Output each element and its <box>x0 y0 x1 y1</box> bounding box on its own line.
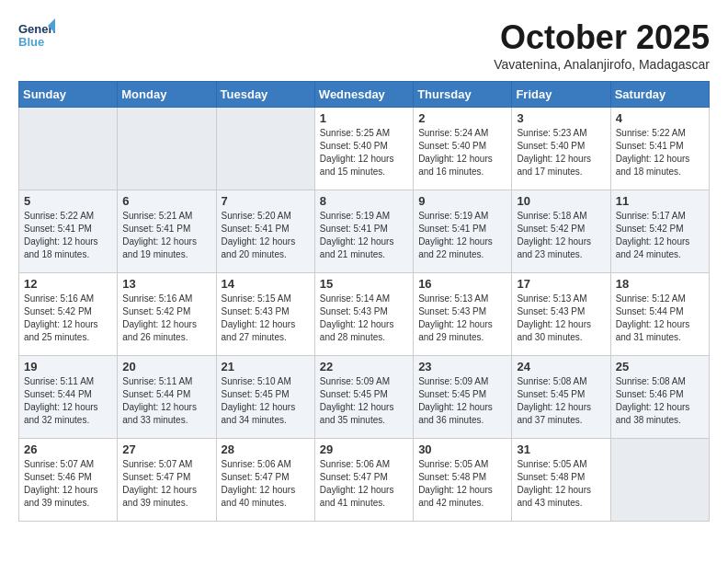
week-row-4: 19Sunrise: 5:11 AM Sunset: 5:44 PM Dayli… <box>19 356 710 439</box>
day-number: 5 <box>24 194 112 208</box>
day-number: 23 <box>418 360 506 373</box>
logo-icon: General Blue <box>18 18 55 52</box>
calendar-cell: 30Sunrise: 5:05 AM Sunset: 5:48 PM Dayli… <box>414 439 512 522</box>
day-info: Sunrise: 5:07 AM Sunset: 5:46 PM Dayligh… <box>24 458 112 510</box>
day-info: Sunrise: 5:09 AM Sunset: 5:45 PM Dayligh… <box>418 375 506 427</box>
calendar-cell: 1Sunrise: 5:25 AM Sunset: 5:40 PM Daylig… <box>314 108 413 190</box>
title-block: October 2025 Vavatenina, Analanjirofo, M… <box>494 18 710 72</box>
day-info: Sunrise: 5:20 AM Sunset: 5:41 PM Dayligh… <box>222 210 310 261</box>
day-number: 9 <box>418 194 506 208</box>
calendar-cell: 20Sunrise: 5:11 AM Sunset: 5:44 PM Dayli… <box>118 356 216 439</box>
calendar-cell: 14Sunrise: 5:15 AM Sunset: 5:43 PM Dayli… <box>216 273 314 356</box>
calendar-cell: 18Sunrise: 5:12 AM Sunset: 5:44 PM Dayli… <box>610 273 709 356</box>
day-number: 25 <box>616 360 704 373</box>
week-row-5: 26Sunrise: 5:07 AM Sunset: 5:46 PM Dayli… <box>19 439 710 522</box>
calendar-cell: 23Sunrise: 5:09 AM Sunset: 5:45 PM Dayli… <box>414 356 512 439</box>
calendar-cell: 11Sunrise: 5:17 AM Sunset: 5:42 PM Dayli… <box>610 190 709 273</box>
calendar-cell: 29Sunrise: 5:06 AM Sunset: 5:47 PM Dayli… <box>314 439 413 522</box>
day-info: Sunrise: 5:19 AM Sunset: 5:41 PM Dayligh… <box>320 210 408 261</box>
day-number: 30 <box>418 442 506 456</box>
day-number: 18 <box>616 277 704 291</box>
calendar-header-row: SundayMondayTuesdayWednesdayThursdayFrid… <box>19 82 710 108</box>
calendar-cell: 12Sunrise: 5:16 AM Sunset: 5:42 PM Dayli… <box>19 273 118 356</box>
day-info: Sunrise: 5:05 AM Sunset: 5:48 PM Dayligh… <box>517 458 605 510</box>
day-info: Sunrise: 5:08 AM Sunset: 5:46 PM Dayligh… <box>616 375 704 427</box>
day-info: Sunrise: 5:21 AM Sunset: 5:41 PM Dayligh… <box>122 210 210 261</box>
day-number: 19 <box>24 360 112 373</box>
day-number: 11 <box>616 194 704 208</box>
day-info: Sunrise: 5:12 AM Sunset: 5:44 PM Dayligh… <box>616 293 704 344</box>
header-saturday: Saturday <box>610 82 709 108</box>
day-number: 20 <box>122 360 210 373</box>
header-monday: Monday <box>118 82 216 108</box>
calendar-cell: 28Sunrise: 5:06 AM Sunset: 5:47 PM Dayli… <box>216 439 314 522</box>
calendar-cell <box>610 439 709 522</box>
header-tuesday: Tuesday <box>216 82 314 108</box>
svg-text:Blue: Blue <box>18 35 44 49</box>
day-number: 7 <box>222 194 310 208</box>
calendar-cell: 9Sunrise: 5:19 AM Sunset: 5:41 PM Daylig… <box>414 190 512 273</box>
day-number: 24 <box>517 360 605 373</box>
day-info: Sunrise: 5:13 AM Sunset: 5:43 PM Dayligh… <box>418 293 506 344</box>
calendar-cell: 25Sunrise: 5:08 AM Sunset: 5:46 PM Dayli… <box>610 356 709 439</box>
calendar-cell: 15Sunrise: 5:14 AM Sunset: 5:43 PM Dayli… <box>314 273 413 356</box>
day-info: Sunrise: 5:06 AM Sunset: 5:47 PM Dayligh… <box>320 458 408 510</box>
day-info: Sunrise: 5:23 AM Sunset: 5:40 PM Dayligh… <box>517 127 605 178</box>
day-info: Sunrise: 5:19 AM Sunset: 5:41 PM Dayligh… <box>418 210 506 261</box>
day-number: 26 <box>24 442 112 456</box>
day-info: Sunrise: 5:11 AM Sunset: 5:44 PM Dayligh… <box>122 375 210 427</box>
day-number: 14 <box>222 277 310 291</box>
day-number: 22 <box>320 360 408 373</box>
day-number: 3 <box>517 111 605 125</box>
calendar-cell: 27Sunrise: 5:07 AM Sunset: 5:47 PM Dayli… <box>118 439 216 522</box>
day-number: 31 <box>517 442 605 456</box>
calendar-cell: 22Sunrise: 5:09 AM Sunset: 5:45 PM Dayli… <box>314 356 413 439</box>
day-number: 15 <box>320 277 408 291</box>
header-friday: Friday <box>512 82 610 108</box>
day-number: 28 <box>222 442 310 456</box>
day-info: Sunrise: 5:18 AM Sunset: 5:42 PM Dayligh… <box>517 210 605 261</box>
day-number: 16 <box>418 277 506 291</box>
week-row-2: 5Sunrise: 5:22 AM Sunset: 5:41 PM Daylig… <box>19 190 710 273</box>
day-info: Sunrise: 5:07 AM Sunset: 5:47 PM Dayligh… <box>122 458 210 510</box>
day-info: Sunrise: 5:08 AM Sunset: 5:45 PM Dayligh… <box>517 375 605 427</box>
calendar-cell: 19Sunrise: 5:11 AM Sunset: 5:44 PM Dayli… <box>19 356 118 439</box>
day-info: Sunrise: 5:17 AM Sunset: 5:42 PM Dayligh… <box>616 210 704 261</box>
day-info: Sunrise: 5:14 AM Sunset: 5:43 PM Dayligh… <box>320 293 408 344</box>
location-subtitle: Vavatenina, Analanjirofo, Madagascar <box>494 57 710 72</box>
day-number: 21 <box>222 360 310 373</box>
day-info: Sunrise: 5:22 AM Sunset: 5:41 PM Dayligh… <box>616 127 704 178</box>
header-thursday: Thursday <box>414 82 512 108</box>
day-info: Sunrise: 5:24 AM Sunset: 5:40 PM Dayligh… <box>418 127 506 178</box>
week-row-1: 1Sunrise: 5:25 AM Sunset: 5:40 PM Daylig… <box>19 108 710 190</box>
calendar-cell: 5Sunrise: 5:22 AM Sunset: 5:41 PM Daylig… <box>19 190 118 273</box>
day-number: 6 <box>122 194 210 208</box>
day-info: Sunrise: 5:22 AM Sunset: 5:41 PM Dayligh… <box>24 210 112 261</box>
calendar-cell: 7Sunrise: 5:20 AM Sunset: 5:41 PM Daylig… <box>216 190 314 273</box>
calendar-cell: 8Sunrise: 5:19 AM Sunset: 5:41 PM Daylig… <box>314 190 413 273</box>
calendar-cell: 10Sunrise: 5:18 AM Sunset: 5:42 PM Dayli… <box>512 190 610 273</box>
day-info: Sunrise: 5:06 AM Sunset: 5:47 PM Dayligh… <box>222 458 310 510</box>
day-number: 13 <box>122 277 210 291</box>
calendar-cell: 4Sunrise: 5:22 AM Sunset: 5:41 PM Daylig… <box>610 108 709 190</box>
day-number: 29 <box>320 442 408 456</box>
calendar-cell: 21Sunrise: 5:10 AM Sunset: 5:45 PM Dayli… <box>216 356 314 439</box>
day-number: 2 <box>418 111 506 125</box>
calendar-cell: 31Sunrise: 5:05 AM Sunset: 5:48 PM Dayli… <box>512 439 610 522</box>
calendar-cell: 26Sunrise: 5:07 AM Sunset: 5:46 PM Dayli… <box>19 439 118 522</box>
day-info: Sunrise: 5:09 AM Sunset: 5:45 PM Dayligh… <box>320 375 408 427</box>
calendar-cell <box>216 108 314 190</box>
calendar-cell <box>19 108 118 190</box>
day-info: Sunrise: 5:16 AM Sunset: 5:42 PM Dayligh… <box>24 293 112 344</box>
calendar-cell: 24Sunrise: 5:08 AM Sunset: 5:45 PM Dayli… <box>512 356 610 439</box>
header-wednesday: Wednesday <box>314 82 413 108</box>
day-number: 8 <box>320 194 408 208</box>
day-info: Sunrise: 5:10 AM Sunset: 5:45 PM Dayligh… <box>222 375 310 427</box>
day-info: Sunrise: 5:11 AM Sunset: 5:44 PM Dayligh… <box>24 375 112 427</box>
day-number: 10 <box>517 194 605 208</box>
page-header: General Blue October 2025 Vavatenina, An… <box>18 18 710 72</box>
calendar-cell: 17Sunrise: 5:13 AM Sunset: 5:43 PM Dayli… <box>512 273 610 356</box>
header-sunday: Sunday <box>19 82 118 108</box>
calendar-table: SundayMondayTuesdayWednesdayThursdayFrid… <box>18 81 710 522</box>
calendar-cell: 6Sunrise: 5:21 AM Sunset: 5:41 PM Daylig… <box>118 190 216 273</box>
